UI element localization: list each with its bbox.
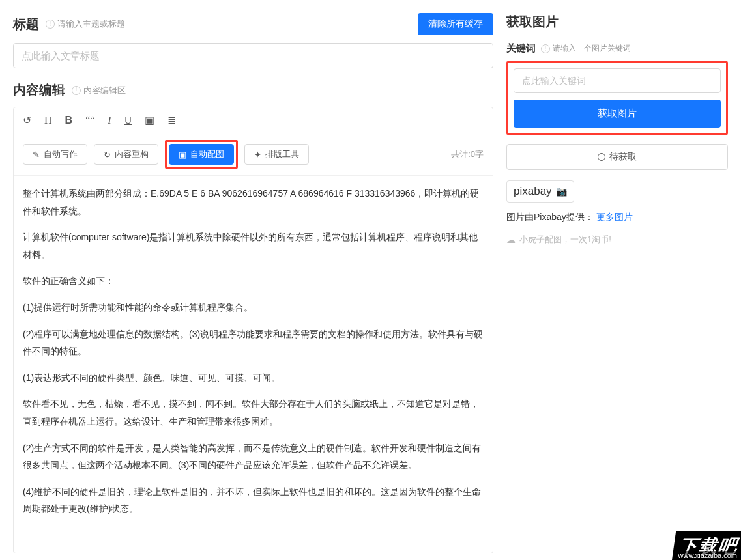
keyword-input[interactable] xyxy=(514,68,721,93)
info-icon: ! xyxy=(72,86,81,95)
layout-tool-button[interactable]: ✦ 排版工具 xyxy=(244,144,309,165)
format-toolbar: ↺ H B ““ I U ▣ ≣ xyxy=(14,107,493,133)
fetch-image-button[interactable]: 获取图片 xyxy=(514,100,721,128)
title-header: 标题 ! 请输入主题或标题 清除所有缓存 xyxy=(13,13,493,35)
more-images-link[interactable]: 更多图片 xyxy=(596,212,633,222)
camera-icon: 📷 xyxy=(556,186,567,197)
article-title-input[interactable] xyxy=(13,43,493,68)
pixabay-badge: pixabay 📷 xyxy=(506,180,574,203)
paragraph: (1)表达形式不同的硬件类型、颜色、味道、可见、可摸、可闻。 xyxy=(23,369,484,387)
credit-line: 图片由Pixabay提供： 更多图片 xyxy=(506,212,728,223)
watermark-url: www.xiazaiba.com xyxy=(675,551,741,560)
wand-icon: ✦ xyxy=(254,150,261,160)
paragraph: (4)维护不同的硬件是旧的，理论上软件是旧的，并不坏，但实际上软件也是旧的和坏的… xyxy=(23,483,484,518)
heading-icon[interactable]: H xyxy=(44,115,52,126)
info-icon: ! xyxy=(541,44,550,53)
info-icon: ! xyxy=(46,20,55,29)
auto-write-button[interactable]: ✎ 自动写作 xyxy=(23,144,87,165)
editor-content[interactable]: 整个计算机系统由两部分组成：E.69DA 5 E 6 BA 9062616964… xyxy=(14,176,493,553)
align-icon[interactable]: ≣ xyxy=(167,114,176,126)
sidebar-title: 获取图片 xyxy=(506,13,728,31)
action-toolbar: ✎ 自动写作 ↻ 内容重构 ▣ 自动配图 ✦ 排版工具 共计:0字 xyxy=(14,133,493,176)
editor: ↺ H B ““ I U ▣ ≣ ✎ 自动写作 ↻ 内容重构 xyxy=(13,107,493,553)
image-icon[interactable]: ▣ xyxy=(145,114,154,126)
refresh-icon: ↻ xyxy=(104,150,111,160)
quote-icon[interactable]: ““ xyxy=(85,115,94,126)
bold-icon[interactable]: B xyxy=(65,115,73,126)
highlight-keyword-box: 获取图片 xyxy=(506,61,728,135)
circle-icon xyxy=(598,153,605,161)
paragraph: (1)提供运行时所需功能和性能的命令或计算机程序集合。 xyxy=(23,299,484,316)
paragraph: (2)生产方式不同的软件是开发，是人类智能的高发挥，而不是传统意义上的硬件制造。… xyxy=(23,440,484,474)
pending-button[interactable]: 待获取 xyxy=(506,144,728,170)
clear-cache-button[interactable]: 清除所有缓存 xyxy=(418,13,493,35)
paragraph: 软件看不见，无色，枯燥，看不见，摸不到，闻不到。软件大部分存在于人们的头脑或纸上… xyxy=(23,395,484,430)
italic-icon[interactable]: I xyxy=(108,115,111,126)
paragraph: (2)程序可以满意地处理信息的数据结构。(3)说明程序功能要求和程序需要的文档的… xyxy=(23,326,484,360)
keyword-label-row: 关键词 ! 请输入一个图片关键词 xyxy=(506,42,728,55)
pixabay-text: pixabay xyxy=(514,185,552,198)
title-hint: ! 请输入主题或标题 xyxy=(46,18,125,30)
content-hint: ! 内容编辑区 xyxy=(72,85,126,96)
keyword-label: 关键词 xyxy=(506,42,536,55)
undo-icon[interactable]: ↺ xyxy=(23,114,31,126)
restructure-button[interactable]: ↻ 内容重构 xyxy=(94,144,158,165)
content-label: 内容编辑 xyxy=(13,81,65,99)
tip-line: ☁ 小虎子配图，一次1淘币! xyxy=(506,234,728,245)
keyword-hint: ! 请输入一个图片关键词 xyxy=(541,43,631,54)
char-count: 共计:0字 xyxy=(451,148,484,160)
highlight-auto-image: ▣ 自动配图 xyxy=(165,140,238,169)
paragraph: 计算机软件(computer software)是指计算机系统中除硬件以外的所有… xyxy=(23,229,484,263)
paragraph: 整个计算机系统由两部分组成：E.69DA 5 E 6 BA 9062616964… xyxy=(23,185,484,219)
content-header: 内容编辑 ! 内容编辑区 xyxy=(13,81,493,99)
paragraph: 软件的正确含义如下： xyxy=(23,272,484,290)
title-label: 标题 xyxy=(13,16,39,33)
cloud-icon: ☁ xyxy=(506,234,516,245)
picture-icon: ▣ xyxy=(179,150,186,160)
pencil-icon: ✎ xyxy=(33,150,40,160)
auto-image-button[interactable]: ▣ 自动配图 xyxy=(169,144,234,165)
underline-icon[interactable]: U xyxy=(124,115,132,126)
